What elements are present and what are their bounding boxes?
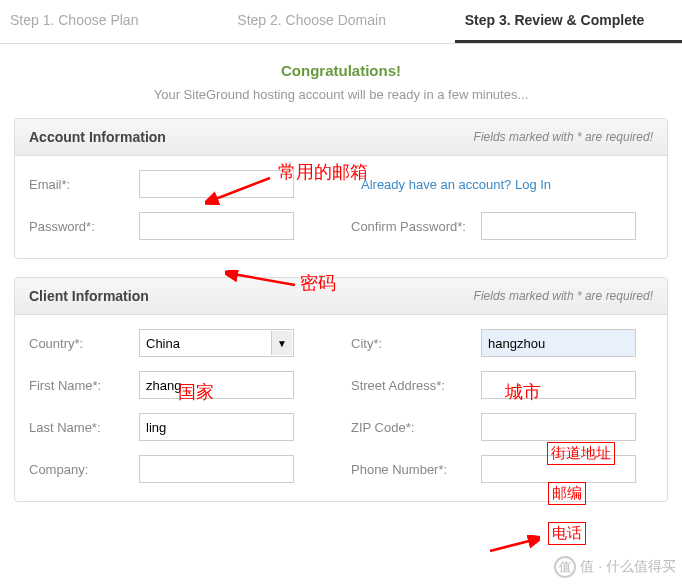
company-input[interactable]: [139, 455, 294, 483]
zip-input[interactable]: [481, 413, 636, 441]
tab-step1[interactable]: Step 1. Choose Plan: [0, 0, 227, 43]
annotation-phone: 电话: [548, 522, 586, 545]
company-label: Company:: [29, 462, 139, 477]
confirm-label: Confirm Password*:: [351, 219, 481, 234]
firstname-input[interactable]: [139, 371, 294, 399]
country-label: Country*:: [29, 336, 139, 351]
street-label: Street Address*:: [351, 378, 481, 393]
street-input[interactable]: [481, 371, 636, 399]
country-select[interactable]: China: [139, 329, 294, 357]
congrats-subtext: Your SiteGround hosting account will be …: [0, 87, 682, 102]
lastname-label: Last Name*:: [29, 420, 139, 435]
phone-label: Phone Number*:: [351, 462, 481, 477]
login-link[interactable]: Already have an account? Log In: [361, 177, 551, 192]
lastname-input[interactable]: [139, 413, 294, 441]
required-note: Fields marked with * are required!: [474, 130, 653, 144]
required-note-2: Fields marked with * are required!: [474, 289, 653, 303]
city-label: City*:: [351, 336, 481, 351]
svg-line-2: [490, 540, 533, 551]
tab-step2[interactable]: Step 2. Choose Domain: [227, 0, 454, 43]
confirm-password-input[interactable]: [481, 212, 636, 240]
congrats-heading: Congratulations!: [0, 62, 682, 79]
watermark-logo-icon: 值: [554, 556, 576, 578]
city-input[interactable]: [481, 329, 636, 357]
tab-step3[interactable]: Step 3. Review & Complete: [455, 0, 682, 43]
email-input[interactable]: [139, 170, 294, 198]
password-input[interactable]: [139, 212, 294, 240]
client-panel: Client Information Fields marked with * …: [14, 277, 668, 502]
watermark: 值 值 · 什么值得买: [554, 556, 676, 578]
step-tabs: Step 1. Choose Plan Step 2. Choose Domai…: [0, 0, 682, 44]
phone-input[interactable]: [481, 455, 636, 483]
email-label: Email*:: [29, 177, 139, 192]
arrow-icon: [485, 535, 540, 557]
firstname-label: First Name*:: [29, 378, 139, 393]
account-title: Account Information: [29, 129, 166, 145]
account-panel: Account Information Fields marked with *…: [14, 118, 668, 259]
client-title: Client Information: [29, 288, 149, 304]
watermark-text: 值 · 什么值得买: [580, 558, 676, 576]
zip-label: ZIP Code*:: [351, 420, 481, 435]
password-label: Password*:: [29, 219, 139, 234]
